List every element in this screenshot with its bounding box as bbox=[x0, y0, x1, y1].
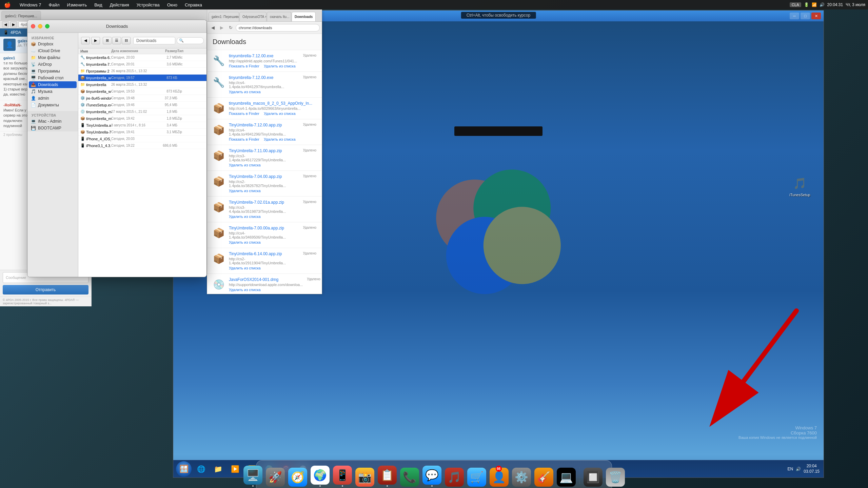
finder-file-row[interactable]: 📁tinyumbrella 26 марта 2015 г., 13:32 bbox=[78, 81, 206, 88]
dock-item-chrome[interactable]: 🌍 bbox=[310, 466, 331, 487]
download-link[interactable]: TinyUmbrella-6.14.00.app.zip bbox=[229, 251, 299, 256]
apple-menu[interactable]: 🍎 bbox=[3, 1, 12, 9]
download-link[interactable]: TinyUmbrella-7.04.00.app.zip bbox=[229, 174, 299, 179]
chrome-tab-forum[interactable]: galex1: Перешивка для iPad ... QMB... bbox=[209, 12, 239, 21]
actions-menu[interactable]: Действия bbox=[108, 2, 131, 8]
finder-file-row[interactable]: 📦tinyumbrella_maco...nly_InstalledJRE.zi… bbox=[78, 115, 206, 122]
remove-from-list-btn[interactable]: Удалить из списка bbox=[229, 163, 261, 167]
download-link[interactable]: TinyUmbrella-7.11.00.app.zip bbox=[229, 148, 299, 153]
sidebar-item-myfiles[interactable]: 📁 Мои файлы bbox=[27, 54, 78, 61]
remove-from-list-btn[interactable]: Удалить из списка bbox=[264, 111, 296, 116]
sidebar-item-dropbox[interactable]: 📦 Dropbox bbox=[27, 41, 78, 47]
finder-file-row[interactable]: 📱iPhone_4_iOS_4.3...er.ipwc.crdownload С… bbox=[78, 136, 206, 142]
download-link[interactable]: tinyumbrella-7.12.00.exe bbox=[229, 75, 299, 80]
remove-from-list-btn[interactable]: Удалить из списка bbox=[229, 215, 261, 219]
win7-close-btn[interactable]: ✕ bbox=[811, 13, 821, 19]
sidebar-item-apps[interactable]: 💻 Программы bbox=[27, 68, 78, 75]
dock-item-contacts[interactable]: 👤 98 bbox=[489, 466, 510, 487]
forum-forward-btn[interactable]: ▶ bbox=[10, 21, 17, 27]
sidebar-item-imac[interactable]: 💻 iMac - Admin bbox=[27, 118, 78, 125]
remove-from-list-btn[interactable]: Удалить из списка bbox=[264, 137, 296, 141]
finder-file-row[interactable]: 📱iPhone3,1_4.3.3_8J2_Restore.ipsw Сегодн… bbox=[78, 142, 206, 149]
win7-icon-itunessetup[interactable]: 🎵 iTunesSetup bbox=[786, 174, 813, 198]
finder-file-row[interactable]: 📁Программы 2 26 марта 2015 г., 13:32 bbox=[78, 68, 206, 75]
show-in-finder-btn[interactable]: Показать в Finder bbox=[229, 137, 259, 141]
finder-file-row[interactable]: 🔧tinyumbrella-7.12.00.exe Сегодня, 20:01… bbox=[78, 61, 206, 68]
download-link[interactable]: tinyumbrella-7.12.00.exe bbox=[229, 54, 299, 58]
edit-menu[interactable]: Изменить bbox=[66, 2, 88, 8]
dock-item-messages[interactable]: 💬 bbox=[421, 466, 442, 487]
sidebar-item-icloud[interactable]: ☁️ iCloud Drive bbox=[27, 47, 78, 54]
finder-view-icon-btn[interactable]: ⊞ bbox=[103, 37, 112, 44]
finder-file-row[interactable]: 💿tinyumbrella_maco...ly_InstalledJRE.dmg… bbox=[78, 108, 206, 115]
chrome-forward-btn[interactable]: ▶ bbox=[218, 24, 225, 32]
show-in-finder-btn[interactable]: Показать в Finder bbox=[229, 111, 259, 116]
finder-minimize-button[interactable] bbox=[38, 24, 42, 28]
chrome-tab-itunes[interactable]: скачать Itu... bbox=[267, 12, 291, 21]
sidebar-item-desktop[interactable]: 🖥️ Рабочий стол bbox=[27, 75, 78, 81]
dock-item-parallels[interactable]: 📋 bbox=[377, 466, 398, 487]
sidebar-item-bootcamp[interactable]: 💾 BOOTCAMP bbox=[27, 125, 78, 131]
show-in-finder-btn[interactable]: Показать в Finder bbox=[229, 64, 259, 68]
remove-from-list-btn[interactable]: Удалить из списка bbox=[264, 64, 296, 68]
sidebar-item-airdrop[interactable]: 📡 AirDrop bbox=[27, 61, 78, 68]
dock-item-appstore[interactable]: 🛒 bbox=[466, 466, 487, 487]
dock-item-launchbar[interactable]: 🔲 bbox=[583, 466, 604, 487]
forum-back-btn[interactable]: ◀ bbox=[2, 21, 9, 27]
download-link[interactable]: tinyumbrella_macos_8_2_0_53_AppOnly_In..… bbox=[229, 101, 316, 106]
chrome-back-btn[interactable]: ◀ bbox=[209, 24, 217, 32]
finder-file-row[interactable]: 📦tinyumbrella_windo...53_InstalledJRE.zi… bbox=[78, 88, 206, 95]
devices-menu[interactable]: Устройства bbox=[135, 2, 161, 8]
dock-item-terminal[interactable]: 💻 bbox=[556, 466, 577, 487]
chrome-reload-btn[interactable]: ↻ bbox=[227, 24, 234, 32]
win7-maximize-btn[interactable]: □ bbox=[801, 13, 810, 19]
sidebar-item-admin[interactable]: 👤 admin bbox=[27, 95, 78, 102]
finder-file-row[interactable]: 📦TinyUmbrella-7.12.00.app.zip Сегодня, 1… bbox=[78, 129, 206, 136]
dock-item-garageband[interactable]: 🎸 bbox=[533, 466, 554, 487]
dock-item-facetime[interactable]: 📞 bbox=[399, 466, 420, 487]
download-link[interactable]: JavaForOSX2014-001.dmg bbox=[229, 277, 303, 282]
finder-search-input[interactable]: 🔍 bbox=[177, 37, 204, 44]
finder-forward-btn[interactable]: ▶ bbox=[91, 37, 100, 44]
chrome-tab-odysseus[interactable]: OdysseusOTA × bbox=[239, 12, 267, 21]
finder-file-row[interactable]: 🔧tinyumbrella-6.12.00.exe Сегодня, 20:03… bbox=[78, 54, 206, 61]
remove-from-list-btn[interactable]: Удалить из списка bbox=[229, 90, 261, 94]
dock-item-trash[interactable]: 🗑️ bbox=[605, 466, 626, 487]
remove-from-list-btn[interactable]: Удалить из списка bbox=[229, 189, 261, 193]
finder-back-btn[interactable]: ◀ bbox=[81, 37, 90, 44]
file-menu[interactable]: Файл bbox=[47, 2, 61, 8]
dock-item-itunes[interactable]: 🎵 bbox=[444, 466, 465, 487]
chrome-url-bar[interactable]: chrome://downloads bbox=[236, 24, 320, 32]
win7-minimize-btn[interactable]: ─ bbox=[790, 13, 799, 19]
sidebar-item-docs[interactable]: 📄 Документы bbox=[27, 102, 78, 108]
dock-item-safari[interactable]: 🧭 bbox=[287, 466, 308, 487]
finder-file-row[interactable]: 📱TinyUmbrella.app 8 августа 2014 г., 8:1… bbox=[78, 122, 206, 129]
remove-from-list-btn[interactable]: Удалить из списка bbox=[229, 266, 261, 270]
download-link[interactable]: TinyUmbrella-7.02.01a.app.zip bbox=[229, 200, 299, 205]
chrome-tab-downloads[interactable]: Downloads bbox=[292, 12, 316, 21]
finder-file-row[interactable]: 📦tinyumbrella_windo...InstalledJRE (1).z… bbox=[78, 75, 206, 81]
dock-item-finder[interactable]: 🖥️ bbox=[242, 466, 263, 487]
forum-tab-main[interactable]: galex1: Перешив... bbox=[1, 11, 41, 20]
finder-file-row[interactable]: ⚙️jre-8u45-windows-i586.exe Сегодня, 19:… bbox=[78, 95, 206, 102]
dock-item-photos[interactable]: 📸 bbox=[354, 466, 375, 487]
help-menu[interactable]: Справка bbox=[183, 2, 203, 8]
remove-from-list-btn[interactable]: Удалить из списка bbox=[229, 240, 261, 244]
window-menu[interactable]: Окно bbox=[166, 2, 179, 8]
finder-close-button[interactable] bbox=[31, 24, 35, 28]
dock-item-systemprefs[interactable]: ⚙️ bbox=[511, 466, 532, 487]
view-menu[interactable]: Вид bbox=[93, 2, 104, 8]
sidebar-item-music[interactable]: 🎵 Музыка bbox=[27, 88, 78, 95]
remove-from-list-btn[interactable]: Удалить из списка bbox=[229, 288, 261, 292]
finder-view-column-btn[interactable]: ⊟ bbox=[122, 37, 131, 44]
finder-file-row[interactable]: ⚙️iTunesSetup.exe Сегодня, 19:46 95,4 МБ bbox=[78, 102, 206, 108]
forum-send-button[interactable]: Отправить bbox=[3, 285, 88, 294]
dock-item-iphone-backup[interactable]: 📱 bbox=[332, 466, 353, 487]
finder-view-list-btn[interactable]: ☰ bbox=[112, 37, 121, 44]
sidebar-item-downloads[interactable]: 📥 Downloads bbox=[29, 81, 77, 88]
download-link[interactable]: TinyUmbrella-7.12.00.app.zip bbox=[229, 123, 299, 127]
dock-item-launchpad[interactable]: 🚀 bbox=[265, 466, 286, 487]
finder-zoom-button[interactable] bbox=[45, 24, 50, 28]
download-link[interactable]: TinyUmbrella-7.00.00a.app.zip bbox=[229, 226, 299, 230]
app-name-menu[interactable]: Windows 7 bbox=[18, 2, 43, 8]
